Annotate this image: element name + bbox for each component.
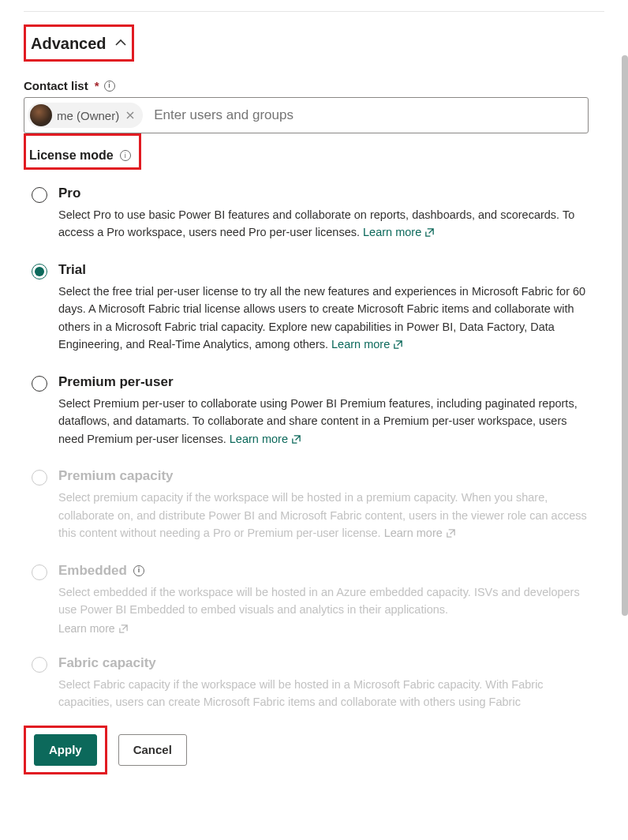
radio-embedded — [32, 564, 47, 580]
close-icon[interactable] — [124, 109, 136, 122]
radio-ppu[interactable] — [32, 376, 47, 392]
option-description: Select premium capacity if the workspace… — [58, 489, 595, 543]
apply-button[interactable]: Apply — [34, 734, 97, 766]
radio-pro[interactable] — [32, 187, 47, 203]
learn-more-link: Learn more — [384, 527, 456, 539]
external-link-icon — [118, 624, 129, 636]
license-option-trial[interactable]: TrialSelect the free trial per-user lice… — [24, 251, 604, 363]
required-indicator: * — [95, 79, 99, 92]
license-options: ProSelect Pro to use basic Power BI feat… — [24, 174, 604, 719]
contact-list-text-input[interactable] — [149, 107, 585, 124]
option-body: Premium per-userSelect Premium per-user … — [58, 374, 595, 449]
learn-more-link[interactable]: Learn more — [363, 226, 435, 238]
license-mode-label: License mode — [29, 148, 114, 163]
license-option-premcap: Premium capacitySelect premium capacity … — [24, 457, 604, 551]
option-body: TrialSelect the free trial per-user lice… — [58, 262, 595, 355]
contact-list-input[interactable]: me (Owner) — [24, 97, 589, 133]
scrollbar[interactable] — [622, 55, 628, 616]
option-title: Trial — [58, 262, 595, 278]
option-title-text: Premium capacity — [58, 468, 174, 484]
option-title: Premium capacity — [58, 468, 595, 484]
option-body: Premium capacitySelect premium capacity … — [58, 468, 595, 543]
info-icon[interactable]: i — [104, 81, 115, 92]
license-option-fabric: Fabric capacitySelect Fabric capacity if… — [24, 644, 604, 719]
highlight-apply: Apply — [24, 726, 107, 774]
radio-premcap — [32, 470, 47, 486]
license-option-embedded: EmbeddediSelect embedded if the workspac… — [24, 552, 604, 644]
radio-trial[interactable] — [32, 264, 47, 279]
option-title-text: Fabric capacity — [58, 655, 156, 671]
contact-list-label: Contact list — [24, 79, 88, 92]
external-link-icon — [446, 526, 456, 543]
learn-more-link: Learn more — [58, 622, 129, 635]
info-icon[interactable]: i — [120, 150, 131, 161]
advanced-title: Advanced — [31, 35, 107, 53]
option-title-text: Pro — [58, 186, 80, 201]
contact-list-label-row: Contact list * i — [24, 79, 604, 92]
option-body: EmbeddediSelect embedded if the workspac… — [58, 563, 595, 636]
learn-more-link[interactable]: Learn more — [230, 433, 301, 445]
option-description: Select Premium per-user to collaborate u… — [58, 395, 595, 449]
option-title-text: Embedded — [58, 563, 127, 579]
option-description: Select Fabric capacity if the workspace … — [58, 676, 595, 711]
external-link-icon — [291, 432, 301, 449]
option-description: Select embedded if the workspace will be… — [58, 583, 595, 619]
info-icon: i — [133, 565, 144, 576]
external-link-icon — [393, 337, 403, 354]
option-title: Pro — [58, 186, 595, 201]
radio-fabric — [32, 657, 47, 673]
avatar — [30, 104, 52, 126]
option-title: Premium per-user — [58, 374, 595, 390]
cancel-button[interactable]: Cancel — [118, 734, 187, 766]
option-title-text: Premium per-user — [58, 374, 174, 390]
option-body: ProSelect Pro to use basic Power BI feat… — [58, 186, 595, 243]
option-body: Fabric capacitySelect Fabric capacity if… — [58, 655, 595, 711]
advanced-toggle[interactable]: Advanced — [26, 27, 132, 59]
option-title-text: Trial — [58, 262, 86, 278]
divider — [24, 11, 604, 12]
option-title: Embeddedi — [58, 563, 595, 579]
option-title: Fabric capacity — [58, 655, 595, 671]
contact-chip[interactable]: me (Owner) — [28, 103, 143, 128]
option-description: Select the free trial per-user license t… — [58, 283, 595, 355]
highlight-license-mode: License mode i — [24, 133, 141, 170]
learn-more-link[interactable]: Learn more — [331, 338, 403, 351]
license-option-pro[interactable]: ProSelect Pro to use basic Power BI feat… — [24, 174, 604, 251]
contact-chip-label: me (Owner) — [57, 109, 119, 122]
chevron-up-icon — [114, 36, 127, 51]
external-link-icon — [424, 225, 435, 242]
option-description: Select Pro to use basic Power BI feature… — [58, 206, 595, 243]
highlight-advanced: Advanced — [24, 24, 134, 62]
license-option-ppu[interactable]: Premium per-userSelect Premium per-user … — [24, 363, 604, 457]
